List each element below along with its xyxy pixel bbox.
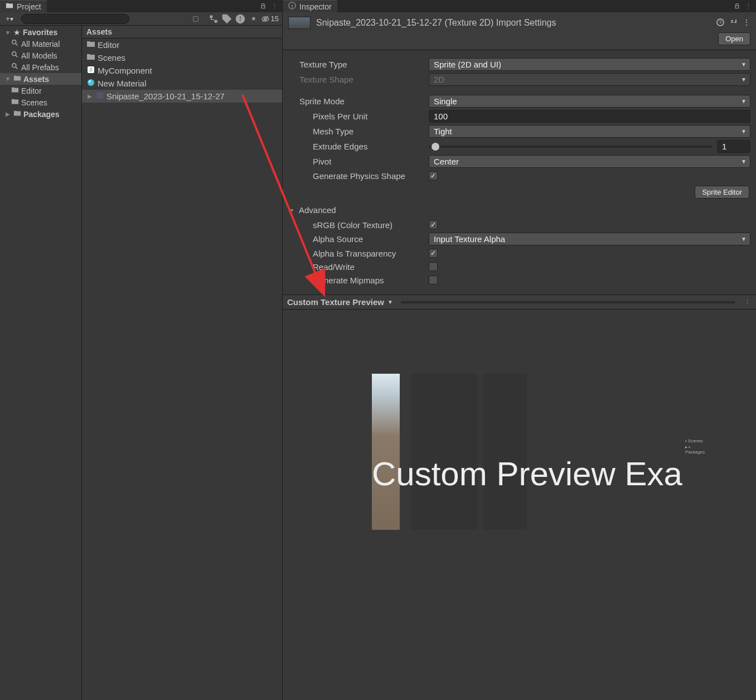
folder-icon — [86, 40, 95, 50]
mesh-type-label: Mesh Type — [313, 127, 429, 136]
expand-toggle[interactable]: ▼ — [4, 76, 11, 82]
project-tab-label: Project — [17, 2, 41, 11]
asset-material-new[interactable]: New Material — [82, 77, 282, 90]
sprite-editor-button[interactable]: Sprite Editor — [695, 186, 749, 199]
texture-type-dropdown[interactable]: Sprite (2D and UI)▼ — [429, 58, 750, 71]
texture-shape-dropdown: 2D▼ — [429, 73, 750, 86]
project-tab[interactable]: Project — [0, 0, 47, 12]
extrude-edges-label: Extrude Edges — [313, 142, 429, 151]
expand-toggle[interactable]: ▶ — [4, 111, 11, 117]
inspector-title: Snipaste_2023-10-21_15-12-27 (Texture 2D… — [316, 18, 556, 28]
project-folder-tree: ▼ ★ Favorites All Material All Models Al… — [0, 26, 81, 700]
extrude-edges-slider[interactable] — [429, 146, 713, 148]
kebab-icon[interactable]: ⋮ — [744, 2, 753, 11]
info-icon: i — [288, 2, 296, 11]
favorites-header[interactable]: ▼ ★ Favorites — [0, 27, 81, 38]
alpha-source-dropdown[interactable]: Input Texture Alpha▼ — [429, 233, 750, 245]
chevron-down-icon[interactable]: ▼ — [387, 299, 393, 305]
project-asset-list: Assets Editor Scenes # MyComponent New M… — [81, 26, 282, 700]
assets-root[interactable]: ▼ Assets — [0, 73, 81, 85]
inspector-header: Snipaste_2023-10-21_15-12-27 (Texture 2D… — [283, 12, 756, 50]
expand-toggle[interactable]: ▼ — [4, 30, 11, 36]
folder-icon — [11, 98, 19, 107]
assets-panel-header: Assets — [82, 26, 282, 38]
search-input[interactable] — [21, 14, 129, 24]
sprite-mode-dropdown[interactable]: Single▼ — [429, 95, 750, 108]
pixels-per-unit-label: Pixels Per Unit — [313, 112, 429, 121]
help-icon[interactable]: ? — [716, 18, 725, 28]
asset-script-mycomponent[interactable]: # MyComponent — [82, 64, 282, 77]
sprite-mode-label: Sprite Mode — [299, 96, 429, 106]
texture-type-label: Texture Type — [299, 60, 429, 69]
add-button[interactable]: +▾ — [3, 13, 16, 25]
preview-overlay-text: Custom Preview Exa — [372, 455, 682, 493]
alpha-transparency-label: Alpha Is Transparency — [313, 249, 429, 258]
preview-title: Custom Texture Preview — [287, 297, 384, 307]
script-icon: # — [86, 65, 95, 76]
asset-texture-snipaste[interactable]: ▶ Snipaste_2023-10-21_15-12-27 — [82, 90, 282, 103]
svg-rect-1 — [193, 16, 198, 21]
hierarchy-filter-icon[interactable] — [207, 15, 220, 23]
chevron-down-icon: ▼ — [741, 76, 747, 83]
inspector-panel: i Inspector ⋮ Snipaste_2023-10-21_15-12-… — [283, 0, 756, 700]
svg-point-12 — [88, 79, 94, 86]
project-toolbar: +▾ ! ★ — [0, 12, 282, 26]
texture-thumbnail — [288, 17, 311, 29]
presets-icon[interactable] — [729, 18, 738, 28]
extrude-edges-value[interactable] — [717, 140, 750, 153]
lock-icon[interactable] — [259, 2, 268, 11]
asset-folder-scenes[interactable]: Scenes — [82, 51, 282, 64]
favorite-all-prefabs[interactable]: All Prefabs — [0, 61, 81, 73]
hidden-count[interactable]: 15 — [261, 15, 279, 23]
preview-area: ▪ Scenes ▸ ▪ Packages Custom Preview Exa — [283, 310, 756, 700]
slider-handle[interactable] — [432, 143, 439, 151]
assets-editor-folder[interactable]: Editor — [0, 85, 81, 96]
alpha-source-label: Alpha Source — [313, 234, 429, 244]
generate-physics-checkbox[interactable] — [429, 171, 438, 180]
svg-text:i: i — [292, 3, 293, 9]
svg-text:!: ! — [239, 15, 241, 23]
kebab-icon[interactable]: ⋮ — [743, 18, 750, 28]
chevron-down-icon: ▼ — [741, 128, 747, 134]
preview-thumb-2 — [411, 374, 478, 530]
srgb-checkbox[interactable] — [429, 220, 438, 229]
warning-icon[interactable]: ! — [234, 15, 246, 23]
assets-scenes-folder[interactable]: Scenes — [0, 96, 81, 108]
favorite-all-material[interactable]: All Material — [0, 38, 81, 50]
expand-toggle[interactable]: ▶ — [86, 93, 93, 99]
advanced-header[interactable]: Advanced — [283, 202, 756, 218]
packages-root[interactable]: ▶ Packages — [0, 108, 81, 120]
svg-text:?: ? — [719, 20, 721, 25]
folder-icon — [13, 109, 21, 119]
pixels-per-unit-input[interactable] — [429, 110, 750, 123]
texture-shape-label: Texture Shape — [299, 75, 429, 84]
generate-mipmaps-label: Generate Mipmaps — [313, 276, 429, 285]
lock-icon[interactable] — [733, 2, 742, 11]
read-write-checkbox[interactable] — [429, 262, 438, 271]
generate-mipmaps-checkbox[interactable] — [429, 276, 438, 284]
kebab-icon[interactable]: ⋮ — [270, 2, 279, 11]
mesh-type-dropdown[interactable]: Tight▼ — [429, 125, 750, 138]
open-button[interactable]: Open — [718, 32, 750, 45]
inspector-tab[interactable]: i Inspector — [283, 0, 337, 12]
search-options-icon[interactable] — [192, 15, 200, 23]
pivot-dropdown[interactable]: Center▼ — [429, 155, 750, 168]
alpha-transparency-checkbox[interactable] — [429, 249, 438, 258]
read-write-label: Read/Write — [313, 262, 429, 272]
favorite-all-models[interactable]: All Models — [0, 50, 81, 61]
texture-icon — [95, 91, 104, 102]
preview-zoom-slider[interactable] — [401, 301, 735, 303]
label-filter-icon[interactable] — [221, 15, 233, 23]
asset-folder-editor[interactable]: Editor — [82, 38, 282, 51]
svg-point-13 — [89, 80, 91, 83]
kebab-icon[interactable]: ⋮ — [743, 298, 752, 307]
search-icon — [11, 62, 19, 72]
chevron-down-icon: ▼ — [741, 236, 747, 242]
svg-text:#: # — [89, 67, 93, 73]
star-icon[interactable]: ★ — [248, 15, 260, 23]
svg-rect-14 — [96, 92, 103, 99]
project-tab-bar: Project ⋮ — [0, 0, 282, 12]
material-icon — [86, 78, 95, 89]
preview-thumb-1 — [372, 374, 400, 530]
inspector-body: Texture Type Sprite (2D and UI)▼ Texture… — [283, 50, 756, 295]
